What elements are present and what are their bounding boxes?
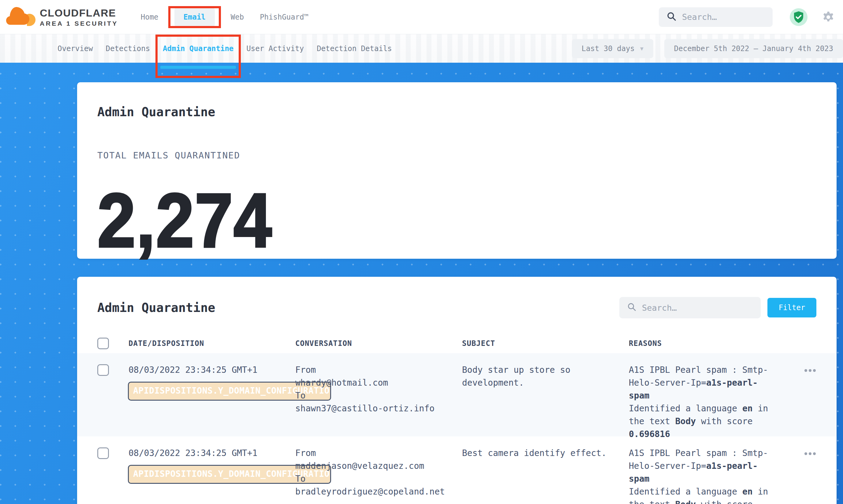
tab-detections[interactable]: Detections xyxy=(106,44,150,53)
total-quarantined-value: 2,274 xyxy=(97,190,744,251)
subject-cell: Best camera identify effect. xyxy=(462,447,609,504)
filter-button[interactable]: Filter xyxy=(768,298,816,318)
row-checkbox[interactable] xyxy=(97,447,109,459)
row-date: 08/03/2022 23:34:25 GMT+1 xyxy=(128,448,257,458)
to-email[interactable]: shawn37@castillo-ortiz.info xyxy=(295,402,462,415)
table-header-row: DATE/DISPOSITION CONVERSATION SUBJECT RE… xyxy=(97,334,816,353)
col-header-date: DATE/DISPOSITION xyxy=(128,339,295,348)
reasons-cell: A1S IPBL Pearl spam : Smtp-Helo-Server-I… xyxy=(629,364,771,441)
table-search-input[interactable] xyxy=(642,303,753,312)
date-range-text: December 5th 2022 — January 4th 2023 xyxy=(674,44,833,53)
row-subject: Best camera identify effect. xyxy=(462,448,607,458)
conversation-cell: From maddenjason@velazquez.com To bradle… xyxy=(295,447,462,504)
date-cell: 08/03/2022 23:34:25 GMT+1 xyxy=(128,364,295,441)
search-icon xyxy=(667,12,677,23)
row-menu-icon[interactable] xyxy=(804,367,816,441)
conversation-cell: From whardy@hotmail.com To shawn37@casti… xyxy=(295,364,462,441)
summary-card: Admin Quarantine TOTAL EMAILS QUARANTINE… xyxy=(77,82,837,259)
search-icon xyxy=(627,303,636,313)
brand-name: CLOUDFLARE xyxy=(40,7,118,19)
date-range-display[interactable]: December 5th 2022 — January 4th 2023 xyxy=(664,39,843,58)
brand-logo: CLOUDFLARE AREA 1 SECURITY xyxy=(6,6,118,29)
total-quarantined-label: TOTAL EMAILS QUARANTINED xyxy=(97,150,816,161)
nav-item-phishguard[interactable]: PhishGuard™ xyxy=(260,13,309,21)
summary-card-title: Admin Quarantine xyxy=(97,105,816,119)
table-search[interactable] xyxy=(619,297,761,318)
subject-cell: Body star up store so development. xyxy=(462,364,609,441)
protection-status-icon[interactable] xyxy=(790,8,808,26)
from-label: From xyxy=(295,447,462,460)
from-label: From xyxy=(295,364,462,376)
nav-item-home[interactable]: Home xyxy=(141,13,158,21)
to-label: To xyxy=(295,472,462,485)
main-content: Admin Quarantine TOTAL EMAILS QUARANTINE… xyxy=(0,63,843,504)
primary-nav: Home Email Web PhishGuard™ xyxy=(141,13,309,21)
nav-item-email[interactable]: Email xyxy=(174,7,215,27)
col-header-subject: SUBJECT xyxy=(462,339,629,348)
chevron-down-icon: ▼ xyxy=(640,45,644,52)
from-email[interactable]: whardy@hotmail.com xyxy=(295,376,462,389)
col-header-conversation: CONVERSATION xyxy=(295,339,462,348)
time-range-dropdown[interactable]: Last 30 days ▼ xyxy=(572,39,653,58)
to-label: To xyxy=(295,389,462,402)
select-all-checkbox[interactable] xyxy=(97,338,109,349)
time-range-label: Last 30 days xyxy=(582,44,635,53)
top-header: CLOUDFLARE AREA 1 SECURITY Home Email We… xyxy=(0,0,843,34)
reasons-cell: A1S IPBL Pearl spam : Smtp-Helo-Server-I… xyxy=(629,447,771,504)
cloudflare-cloud-icon xyxy=(6,6,35,29)
from-email[interactable]: maddenjason@velazquez.com xyxy=(295,460,462,472)
tab-admin-quarantine-label: Admin Quarantine xyxy=(163,44,233,53)
col-header-reasons: REASONS xyxy=(629,339,802,348)
quarantine-table: DATE/DISPOSITION CONVERSATION SUBJECT RE… xyxy=(97,334,816,504)
table-row: 08/03/2022 23:34:25 GMT+1 From whardy@ho… xyxy=(77,353,837,436)
reason-text: with score xyxy=(696,499,752,504)
row-checkbox[interactable] xyxy=(97,364,109,376)
reason-bold: en xyxy=(742,403,753,413)
global-search[interactable] xyxy=(659,7,773,27)
reason-bold: en xyxy=(742,487,753,497)
row-date: 08/03/2022 23:34:25 GMT+1 xyxy=(128,365,257,375)
reason-text: Identified a language xyxy=(629,403,742,413)
tab-overview[interactable]: Overview xyxy=(57,44,93,53)
brand-subtitle: AREA 1 SECURITY xyxy=(40,20,118,27)
tab-admin-quarantine[interactable]: Admin Quarantine xyxy=(163,44,233,53)
global-search-input[interactable] xyxy=(682,12,765,22)
tab-user-activity[interactable]: User Activity xyxy=(246,44,304,53)
table-card-title: Admin Quarantine xyxy=(97,301,215,315)
annotation-box-email: Email xyxy=(174,13,215,21)
to-email[interactable]: bradleyrodriguez@copeland.net xyxy=(295,485,462,498)
row-menu-icon[interactable] xyxy=(804,450,816,504)
reason-bold: Body xyxy=(675,499,696,504)
reason-text: Identified a language xyxy=(629,487,742,497)
row-subject: Body star up store so development. xyxy=(462,365,570,388)
nav-item-web[interactable]: Web xyxy=(231,13,244,21)
active-tab-underline xyxy=(160,66,236,69)
table-row: 08/03/2022 23:34:25 GMT+1 From maddenjas… xyxy=(77,436,837,504)
email-subnav: Overview Detections Admin Quarantine Use… xyxy=(0,34,843,63)
quarantine-table-card: Admin Quarantine Filter DATE/DISPOSITION… xyxy=(77,277,837,504)
tab-detection-details[interactable]: Detection Details xyxy=(317,44,392,53)
reason-bold: Body xyxy=(675,416,696,426)
settings-gear-icon[interactable] xyxy=(822,11,835,23)
reason-text: with score xyxy=(696,416,752,426)
